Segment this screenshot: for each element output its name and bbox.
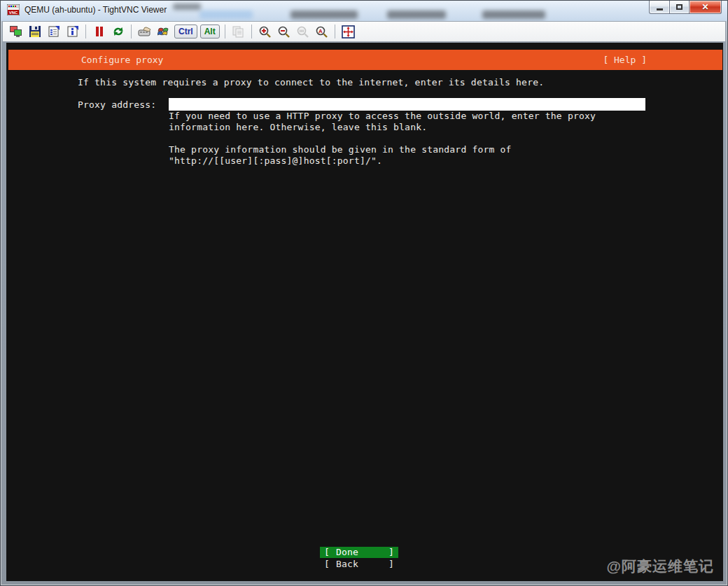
tightvnc-app-icon: VNC [7, 4, 20, 15]
pause-button[interactable] [90, 23, 108, 40]
copy-files-icon [232, 25, 244, 38]
new-connection-icon [9, 25, 23, 38]
vnc-remote-screen: Configure proxy [ Help ] If this system … [6, 43, 723, 581]
titlebar[interactable]: VNC QEMU (ah-ubuntu) - TightVNC Viewer ✕ [1, 1, 727, 21]
zoom-out-icon [277, 25, 290, 39]
info-icon [66, 25, 79, 38]
vnc-viewer-window: VNC QEMU (ah-ubuntu) - TightVNC Viewer ✕ [0, 0, 728, 586]
background-tab-blur [482, 11, 545, 19]
toolbar-separator [131, 25, 132, 39]
connection-info-button[interactable] [64, 23, 81, 40]
background-tab-blur [173, 4, 201, 10]
refresh-icon [112, 25, 125, 38]
zoom-out-button[interactable] [275, 23, 293, 40]
toolbar-separator [335, 25, 335, 39]
send-windows-key-button[interactable] [155, 23, 172, 40]
ctrl-toggle-button[interactable]: Ctrl [174, 25, 197, 39]
new-connection-button[interactable] [7, 23, 24, 40]
minimize-button[interactable] [649, 1, 670, 14]
alt-toggle-button[interactable]: Alt [200, 25, 220, 39]
save-session-button[interactable] [26, 23, 43, 40]
zoom-100-button[interactable] [294, 23, 312, 40]
installer-header: Configure proxy [ Help ] [8, 50, 722, 70]
toolbar-separator [85, 25, 86, 39]
toolbar-separator [251, 25, 252, 39]
refresh-button[interactable] [109, 23, 127, 40]
zoom-in-button[interactable] [256, 23, 274, 40]
toolbar-separator [225, 25, 225, 39]
zoom-100-icon [296, 25, 309, 39]
zoom-auto-icon: A [315, 25, 328, 39]
page-title: Configure proxy [81, 55, 163, 65]
svg-text:VNC: VNC [9, 11, 18, 15]
window-title: QEMU (ah-ubuntu) - TightVNC Viewer [24, 5, 167, 15]
zoom-in-icon [258, 25, 272, 39]
vnc-toolbar: Ctrl Alt [2, 21, 726, 42]
proxy-format-text: The proxy information should be given in… [169, 144, 512, 167]
fullscreen-button[interactable] [340, 23, 357, 40]
fullscreen-icon [342, 25, 355, 39]
svg-text:A: A [318, 28, 323, 34]
pause-icon [94, 26, 104, 37]
help-button[interactable]: [ Help ] [603, 55, 647, 65]
done-button[interactable]: [ Done ] [320, 547, 398, 558]
send-ctrl-alt-del-button[interactable] [136, 23, 153, 40]
zoom-auto-button[interactable]: A [313, 23, 330, 40]
back-button[interactable]: [ Back ] [320, 559, 398, 570]
proxy-help-text: If you need to use a HTTP proxy to acces… [169, 111, 596, 133]
ctrl-alt-del-icon [138, 26, 152, 37]
options-icon [48, 25, 60, 38]
close-button[interactable]: ✕ [690, 1, 722, 14]
transfer-files-button[interactable] [230, 23, 247, 40]
watermark-text: @阿豪运维笔记 [607, 557, 714, 576]
background-tab-blur [387, 11, 446, 19]
windows-key-icon [158, 25, 170, 38]
maximize-button[interactable] [670, 1, 690, 14]
proxy-address-input[interactable] [169, 98, 645, 111]
background-tab-blur [200, 11, 253, 19]
done-button-label: Done [336, 547, 358, 558]
save-icon [29, 25, 41, 38]
intro-text: If this system requires a proxy to conne… [78, 77, 544, 88]
back-button-label: Back [336, 559, 358, 570]
connection-options-button[interactable] [45, 23, 62, 40]
background-tab-blur [290, 11, 358, 19]
proxy-address-label: Proxy address: [78, 99, 156, 110]
